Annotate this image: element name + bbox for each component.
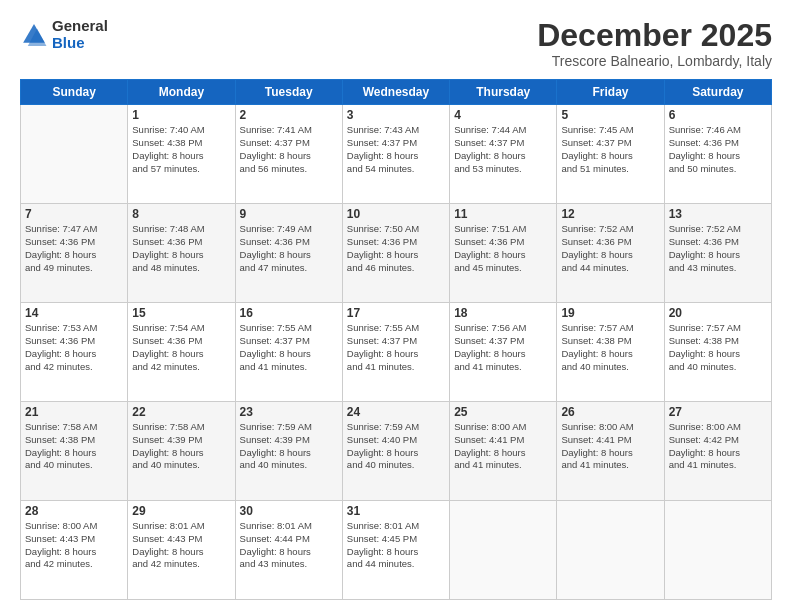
- calendar-week-row: 1Sunrise: 7:40 AM Sunset: 4:38 PM Daylig…: [21, 105, 772, 204]
- day-number: 19: [561, 306, 659, 320]
- table-row: 1Sunrise: 7:40 AM Sunset: 4:38 PM Daylig…: [128, 105, 235, 204]
- day-number: 28: [25, 504, 123, 518]
- calendar-week-row: 21Sunrise: 7:58 AM Sunset: 4:38 PM Dayli…: [21, 402, 772, 501]
- calendar-body: 1Sunrise: 7:40 AM Sunset: 4:38 PM Daylig…: [21, 105, 772, 600]
- day-info: Sunrise: 8:00 AM Sunset: 4:43 PM Dayligh…: [25, 520, 123, 571]
- table-row: 2Sunrise: 7:41 AM Sunset: 4:37 PM Daylig…: [235, 105, 342, 204]
- col-tuesday: Tuesday: [235, 80, 342, 105]
- day-info: Sunrise: 7:49 AM Sunset: 4:36 PM Dayligh…: [240, 223, 338, 274]
- day-number: 15: [132, 306, 230, 320]
- table-row: 5Sunrise: 7:45 AM Sunset: 4:37 PM Daylig…: [557, 105, 664, 204]
- day-number: 27: [669, 405, 767, 419]
- day-number: 6: [669, 108, 767, 122]
- col-monday: Monday: [128, 80, 235, 105]
- table-row: 13Sunrise: 7:52 AM Sunset: 4:36 PM Dayli…: [664, 204, 771, 303]
- day-number: 23: [240, 405, 338, 419]
- title-block: December 2025 Trescore Balneario, Lombar…: [537, 18, 772, 69]
- table-row: 29Sunrise: 8:01 AM Sunset: 4:43 PM Dayli…: [128, 501, 235, 600]
- day-number: 12: [561, 207, 659, 221]
- table-row: 8Sunrise: 7:48 AM Sunset: 4:36 PM Daylig…: [128, 204, 235, 303]
- page: General Blue December 2025 Trescore Baln…: [0, 0, 792, 612]
- day-info: Sunrise: 7:52 AM Sunset: 4:36 PM Dayligh…: [561, 223, 659, 274]
- day-number: 21: [25, 405, 123, 419]
- day-number: 9: [240, 207, 338, 221]
- table-row: 15Sunrise: 7:54 AM Sunset: 4:36 PM Dayli…: [128, 303, 235, 402]
- table-row: 7Sunrise: 7:47 AM Sunset: 4:36 PM Daylig…: [21, 204, 128, 303]
- logo-general: General: [52, 18, 108, 35]
- table-row: [450, 501, 557, 600]
- day-info: Sunrise: 7:41 AM Sunset: 4:37 PM Dayligh…: [240, 124, 338, 175]
- col-thursday: Thursday: [450, 80, 557, 105]
- day-info: Sunrise: 8:01 AM Sunset: 4:43 PM Dayligh…: [132, 520, 230, 571]
- day-number: 31: [347, 504, 445, 518]
- day-number: 13: [669, 207, 767, 221]
- calendar-week-row: 14Sunrise: 7:53 AM Sunset: 4:36 PM Dayli…: [21, 303, 772, 402]
- day-info: Sunrise: 7:59 AM Sunset: 4:39 PM Dayligh…: [240, 421, 338, 472]
- location: Trescore Balneario, Lombardy, Italy: [537, 53, 772, 69]
- day-info: Sunrise: 8:00 AM Sunset: 4:41 PM Dayligh…: [454, 421, 552, 472]
- day-number: 22: [132, 405, 230, 419]
- table-row: 17Sunrise: 7:55 AM Sunset: 4:37 PM Dayli…: [342, 303, 449, 402]
- table-row: 25Sunrise: 8:00 AM Sunset: 4:41 PM Dayli…: [450, 402, 557, 501]
- calendar-table: Sunday Monday Tuesday Wednesday Thursday…: [20, 79, 772, 600]
- day-info: Sunrise: 7:51 AM Sunset: 4:36 PM Dayligh…: [454, 223, 552, 274]
- month-title: December 2025: [537, 18, 772, 53]
- day-info: Sunrise: 7:59 AM Sunset: 4:40 PM Dayligh…: [347, 421, 445, 472]
- calendar-header-row: Sunday Monday Tuesday Wednesday Thursday…: [21, 80, 772, 105]
- table-row: 24Sunrise: 7:59 AM Sunset: 4:40 PM Dayli…: [342, 402, 449, 501]
- calendar-week-row: 7Sunrise: 7:47 AM Sunset: 4:36 PM Daylig…: [21, 204, 772, 303]
- day-info: Sunrise: 8:01 AM Sunset: 4:44 PM Dayligh…: [240, 520, 338, 571]
- day-number: 25: [454, 405, 552, 419]
- table-row: 28Sunrise: 8:00 AM Sunset: 4:43 PM Dayli…: [21, 501, 128, 600]
- table-row: 11Sunrise: 7:51 AM Sunset: 4:36 PM Dayli…: [450, 204, 557, 303]
- day-number: 2: [240, 108, 338, 122]
- day-info: Sunrise: 7:40 AM Sunset: 4:38 PM Dayligh…: [132, 124, 230, 175]
- table-row: 20Sunrise: 7:57 AM Sunset: 4:38 PM Dayli…: [664, 303, 771, 402]
- day-info: Sunrise: 7:45 AM Sunset: 4:37 PM Dayligh…: [561, 124, 659, 175]
- day-info: Sunrise: 8:00 AM Sunset: 4:41 PM Dayligh…: [561, 421, 659, 472]
- table-row: 30Sunrise: 8:01 AM Sunset: 4:44 PM Dayli…: [235, 501, 342, 600]
- day-info: Sunrise: 7:57 AM Sunset: 4:38 PM Dayligh…: [561, 322, 659, 373]
- day-number: 8: [132, 207, 230, 221]
- table-row: 26Sunrise: 8:00 AM Sunset: 4:41 PM Dayli…: [557, 402, 664, 501]
- day-number: 4: [454, 108, 552, 122]
- day-number: 18: [454, 306, 552, 320]
- day-info: Sunrise: 7:46 AM Sunset: 4:36 PM Dayligh…: [669, 124, 767, 175]
- table-row: 18Sunrise: 7:56 AM Sunset: 4:37 PM Dayli…: [450, 303, 557, 402]
- day-info: Sunrise: 7:53 AM Sunset: 4:36 PM Dayligh…: [25, 322, 123, 373]
- day-number: 26: [561, 405, 659, 419]
- col-saturday: Saturday: [664, 80, 771, 105]
- day-number: 29: [132, 504, 230, 518]
- day-number: 14: [25, 306, 123, 320]
- day-info: Sunrise: 7:50 AM Sunset: 4:36 PM Dayligh…: [347, 223, 445, 274]
- day-info: Sunrise: 8:00 AM Sunset: 4:42 PM Dayligh…: [669, 421, 767, 472]
- table-row: 3Sunrise: 7:43 AM Sunset: 4:37 PM Daylig…: [342, 105, 449, 204]
- day-number: 1: [132, 108, 230, 122]
- day-number: 7: [25, 207, 123, 221]
- logo: General Blue: [20, 18, 108, 51]
- day-number: 5: [561, 108, 659, 122]
- header: General Blue December 2025 Trescore Baln…: [20, 18, 772, 69]
- calendar-week-row: 28Sunrise: 8:00 AM Sunset: 4:43 PM Dayli…: [21, 501, 772, 600]
- table-row: 27Sunrise: 8:00 AM Sunset: 4:42 PM Dayli…: [664, 402, 771, 501]
- day-info: Sunrise: 7:55 AM Sunset: 4:37 PM Dayligh…: [240, 322, 338, 373]
- day-number: 24: [347, 405, 445, 419]
- day-number: 20: [669, 306, 767, 320]
- day-number: 11: [454, 207, 552, 221]
- day-info: Sunrise: 7:52 AM Sunset: 4:36 PM Dayligh…: [669, 223, 767, 274]
- day-info: Sunrise: 7:47 AM Sunset: 4:36 PM Dayligh…: [25, 223, 123, 274]
- table-row: 14Sunrise: 7:53 AM Sunset: 4:36 PM Dayli…: [21, 303, 128, 402]
- day-info: Sunrise: 7:58 AM Sunset: 4:39 PM Dayligh…: [132, 421, 230, 472]
- table-row: 9Sunrise: 7:49 AM Sunset: 4:36 PM Daylig…: [235, 204, 342, 303]
- day-info: Sunrise: 7:58 AM Sunset: 4:38 PM Dayligh…: [25, 421, 123, 472]
- col-wednesday: Wednesday: [342, 80, 449, 105]
- table-row: [21, 105, 128, 204]
- day-number: 10: [347, 207, 445, 221]
- col-friday: Friday: [557, 80, 664, 105]
- day-info: Sunrise: 8:01 AM Sunset: 4:45 PM Dayligh…: [347, 520, 445, 571]
- table-row: 4Sunrise: 7:44 AM Sunset: 4:37 PM Daylig…: [450, 105, 557, 204]
- day-number: 3: [347, 108, 445, 122]
- table-row: 22Sunrise: 7:58 AM Sunset: 4:39 PM Dayli…: [128, 402, 235, 501]
- day-info: Sunrise: 7:56 AM Sunset: 4:37 PM Dayligh…: [454, 322, 552, 373]
- day-number: 30: [240, 504, 338, 518]
